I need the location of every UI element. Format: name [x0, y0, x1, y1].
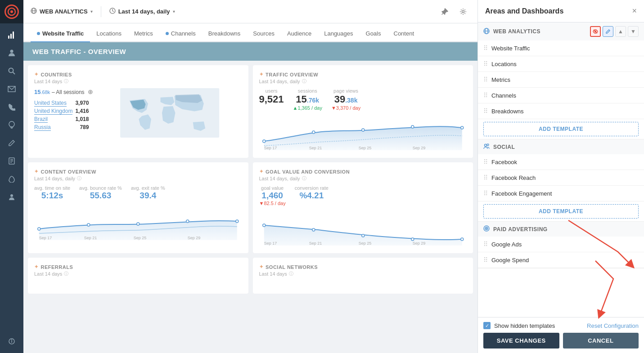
add-template-social[interactable]: ADD TEMPLATE	[483, 204, 639, 219]
up-btn[interactable]: ▲	[615, 26, 626, 37]
svg-point-45	[361, 234, 364, 237]
svg-point-46	[411, 238, 414, 241]
drag-handle-metrics: ⠿	[483, 76, 488, 83]
item-label-google-ads: Google Ads	[491, 241, 639, 248]
widget-icon-countries: ✦	[34, 71, 39, 77]
main-area: WEB ANALYTICS ▾ Last 14 days, daily ▾	[23, 0, 477, 353]
add-template-web-analytics[interactable]: ADD TEMPLATE	[483, 122, 639, 136]
panel-item-channels[interactable]: ⠿ Channels	[478, 88, 644, 103]
web-analytics-controls: ▲ ▼	[590, 26, 639, 37]
cancel-button[interactable]: CANCEL	[563, 333, 639, 349]
tab-sources[interactable]: Sources	[247, 26, 281, 42]
item-label-channels: Channels	[491, 92, 639, 99]
svg-text:Sep 29: Sep 29	[412, 241, 425, 246]
content-stats: avg. time on site 5:12s avg. bounce rate…	[34, 185, 242, 201]
widget-content-subtitle: Last 14 days, daily ⓘ	[34, 175, 242, 182]
sidebar-icon-email[interactable]	[3, 81, 21, 97]
svg-point-37	[186, 220, 189, 223]
widget-social-subtitle: Last 14 days ⓘ	[259, 271, 467, 277]
topbar-divider-1	[101, 6, 101, 17]
stat-conversion: conversion rate %4.21	[295, 185, 329, 206]
panel-item-facebook-reach[interactable]: ⠿ Facebook Reach	[478, 170, 644, 186]
panel-item-google-spend[interactable]: ⠿ Google Spend	[478, 252, 644, 268]
sidebar-icon-search[interactable]	[3, 63, 21, 79]
panel-footer: Show hidden templates Reset Configuratio…	[478, 317, 644, 353]
countries-table: 15.68k – All sessions ⊕ United States 3,…	[34, 88, 93, 138]
item-label-facebook: Facebook	[491, 159, 639, 165]
panel-item-breakdowns[interactable]: ⠿ Breakdowns	[478, 103, 644, 119]
expand-icon[interactable]: ⊕	[88, 88, 93, 95]
sidebar-icon-info[interactable]	[3, 333, 21, 349]
panel-item-locations[interactable]: ⠿ Locations	[478, 56, 644, 72]
panel-section-social: SOCIAL ⠿ Facebook ⠿ Facebook Reach ⠿ Fac…	[478, 139, 644, 222]
eye-btn[interactable]	[590, 26, 601, 37]
paid-section-title: PAID ADVERTISING	[493, 226, 548, 232]
down-btn[interactable]: ▼	[628, 26, 639, 37]
save-changes-button[interactable]: SAVE CHANGES	[483, 333, 559, 349]
sidebar-icon-paint[interactable]	[3, 171, 21, 187]
svg-point-25	[262, 140, 265, 143]
widget-icon-goal: ✦	[259, 169, 264, 174]
sidebar-icon-phone[interactable]	[3, 99, 21, 115]
tab-languages[interactable]: Languages	[318, 26, 359, 42]
svg-point-23	[462, 10, 464, 13]
panel-close-button[interactable]: ×	[632, 6, 637, 16]
tab-channels[interactable]: Channels	[159, 26, 202, 42]
widget-icon-content: ✦	[34, 169, 39, 174]
map-svg	[98, 88, 242, 138]
sidebar-icon-bulb[interactable]	[3, 117, 21, 133]
panel-body: WEB ANALYTICS ▲	[478, 22, 644, 317]
tab-breakdowns[interactable]: Breakdowns	[202, 26, 247, 42]
topbar-settings-btn[interactable]	[456, 4, 470, 19]
analytics-chevron: ▾	[90, 9, 93, 14]
widget-traffic-subtitle: Last 14 days, daily ⓘ	[259, 78, 467, 85]
drag-handle-facebook-engagement: ⠿	[483, 190, 488, 197]
svg-point-15	[10, 194, 13, 197]
analytics-selector[interactable]: WEB ANALYTICS ▾	[31, 8, 93, 15]
panel-item-google-ads[interactable]: ⠿ Google Ads	[478, 237, 644, 252]
sidebar-icon-analytics[interactable]	[3, 27, 21, 43]
widget-countries-title: ✦ COUNTRIES	[34, 71, 242, 77]
tab-website-traffic[interactable]: Website Traffic	[31, 26, 90, 42]
tab-dot-channels	[166, 32, 169, 35]
topbar-pin-btn[interactable]	[438, 4, 452, 19]
widget-countries-body: 15.68k – All sessions ⊕ United States 3,…	[34, 88, 242, 138]
table-row: United Kingdom 1,416	[34, 107, 89, 115]
social-section-header: SOCIAL	[478, 139, 644, 154]
paid-icon	[483, 225, 490, 233]
stat-exit: avg. exit rate % 39.4	[131, 185, 165, 201]
panel-item-facebook-engagement[interactable]: ⠿ Facebook Engagement	[478, 186, 644, 201]
sidebar-icon-edit[interactable]	[3, 135, 21, 151]
topbar: WEB ANALYTICS ▾ Last 14 days, daily ▾	[23, 0, 477, 23]
stat-sessions: sessions 15.76k ▲1,365 / day	[293, 88, 322, 111]
panel-item-facebook[interactable]: ⠿ Facebook	[478, 154, 644, 170]
tab-goals[interactable]: Goals	[360, 26, 387, 42]
item-label-facebook-reach: Facebook Reach	[491, 174, 639, 181]
sidebar-icon-reports[interactable]	[3, 153, 21, 169]
svg-point-38	[236, 220, 239, 223]
tab-content[interactable]: Content	[387, 26, 421, 42]
panel-item-website-traffic[interactable]: ⠿ Website Traffic	[478, 40, 644, 56]
widget-social-networks: ✦ SOCIAL NETWORKS Last 14 days ⓘ	[253, 258, 473, 294]
item-label-metrics: Metrics	[491, 76, 639, 83]
date-range-selector[interactable]: Last 14 days, daily ▾	[109, 8, 175, 15]
item-label-locations: Locations	[491, 61, 639, 67]
widget-social-title: ✦ SOCIAL NETWORKS	[259, 264, 467, 270]
tab-locations[interactable]: Locations	[90, 26, 128, 42]
svg-point-26	[312, 131, 315, 134]
pencil-btn[interactable]	[603, 26, 613, 37]
svg-text:Sep 29: Sep 29	[188, 236, 201, 240]
sidebar-icon-users[interactable]	[3, 45, 21, 61]
show-hidden-checkbox[interactable]	[483, 322, 491, 329]
sidebar-icon-profile[interactable]	[3, 189, 21, 205]
panel-item-metrics[interactable]: ⠿ Metrics	[478, 72, 644, 88]
app-logo[interactable]	[0, 0, 23, 23]
table-row: United States 3,970	[34, 99, 89, 107]
tab-audience[interactable]: Audience	[281, 26, 318, 42]
traffic-stats: users 9,521 sessions 15.76k ▲1,365 / day…	[259, 88, 467, 111]
date-range-label: Last 14 days, daily	[118, 8, 170, 15]
tab-metrics[interactable]: Metrics	[128, 26, 159, 42]
globe-icon	[31, 8, 37, 15]
item-label-website-traffic: Website Traffic	[491, 45, 639, 52]
reset-config-link[interactable]: Reset Configuration	[587, 322, 639, 329]
